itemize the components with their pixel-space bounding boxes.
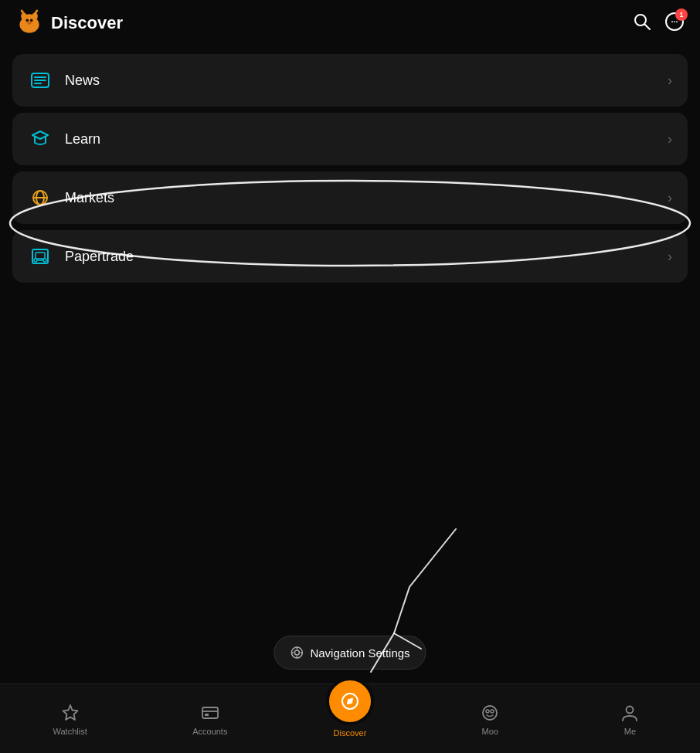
learn-menu-item[interactable]: Learn › bbox=[12, 113, 688, 165]
nav-watchlist[interactable]: Watchlist bbox=[0, 694, 140, 736]
svg-line-10 bbox=[645, 25, 651, 30]
markets-icon bbox=[28, 185, 53, 210]
header: Discover ··· 1 bbox=[0, 0, 700, 46]
moo-label: Moo bbox=[482, 727, 498, 736]
accounts-icon bbox=[199, 702, 221, 724]
nav-moo[interactable]: Moo bbox=[420, 694, 560, 736]
svg-point-39 bbox=[491, 710, 494, 713]
header-left: Discover bbox=[15, 9, 123, 37]
svg-rect-21 bbox=[36, 253, 45, 259]
learn-icon bbox=[28, 127, 53, 151]
papertrade-chevron: › bbox=[668, 249, 672, 265]
search-button[interactable] bbox=[632, 12, 652, 35]
svg-marker-36 bbox=[345, 695, 355, 706]
markets-chevron: › bbox=[668, 190, 672, 206]
nav-me[interactable]: Me bbox=[560, 694, 700, 736]
nav-discover[interactable]: Discover bbox=[280, 693, 420, 738]
news-label: News bbox=[65, 73, 100, 89]
discover-circle-button[interactable] bbox=[326, 677, 374, 725]
watchlist-label: Watchlist bbox=[53, 727, 87, 736]
app-logo bbox=[15, 9, 43, 37]
svg-point-38 bbox=[486, 710, 489, 713]
notification-badge: 1 bbox=[675, 8, 688, 21]
svg-point-6 bbox=[27, 22, 31, 25]
notifications-button[interactable]: ··· 1 bbox=[664, 12, 685, 35]
markets-label: Markets bbox=[65, 190, 114, 206]
watchlist-icon bbox=[59, 702, 81, 724]
bottom-nav: Watchlist Accounts Discover bbox=[0, 683, 700, 753]
news-chevron: › bbox=[668, 73, 672, 89]
nav-accounts[interactable]: Accounts bbox=[140, 694, 280, 736]
me-label: Me bbox=[624, 727, 636, 736]
news-icon bbox=[28, 68, 53, 93]
svg-point-26 bbox=[294, 650, 299, 655]
nav-settings-tooltip[interactable]: Navigation Settings bbox=[274, 636, 426, 670]
accounts-label: Accounts bbox=[192, 727, 227, 736]
me-icon bbox=[619, 702, 641, 724]
svg-point-40 bbox=[627, 706, 634, 713]
learn-label: Learn bbox=[65, 131, 100, 148]
svg-rect-34 bbox=[205, 714, 209, 716]
papertrade-icon bbox=[28, 244, 53, 269]
papertrade-menu-item[interactable]: Papertrade › bbox=[12, 230, 688, 283]
news-menu-item[interactable]: News › bbox=[12, 54, 688, 107]
page-title: Discover bbox=[51, 13, 123, 33]
papertrade-label: Papertrade bbox=[65, 249, 134, 265]
markets-menu-item[interactable]: Markets › bbox=[12, 171, 688, 224]
header-right: ··· 1 bbox=[632, 12, 685, 35]
discover-label: Discover bbox=[334, 728, 367, 738]
svg-rect-32 bbox=[202, 707, 218, 718]
learn-chevron: › bbox=[668, 131, 672, 148]
svg-point-37 bbox=[483, 706, 497, 720]
menu-container: News › Learn › Market bbox=[0, 46, 700, 290]
svg-point-22 bbox=[34, 259, 37, 262]
svg-point-4 bbox=[26, 19, 29, 22]
svg-point-5 bbox=[30, 19, 33, 22]
settings-icon bbox=[290, 646, 304, 660]
svg-point-23 bbox=[43, 259, 46, 262]
nav-settings-label: Navigation Settings bbox=[310, 646, 409, 660]
moo-icon bbox=[479, 702, 501, 724]
discover-active-icon bbox=[339, 690, 361, 712]
